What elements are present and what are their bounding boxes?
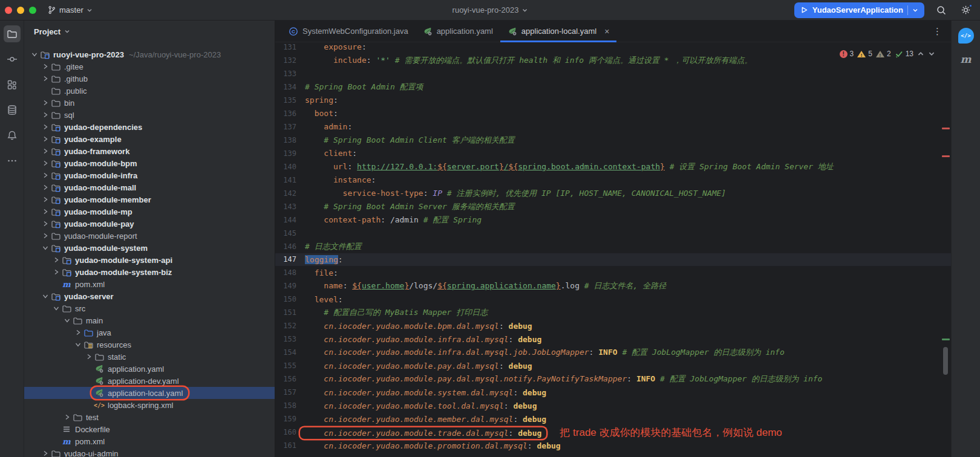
line-number[interactable]: 140	[275, 163, 296, 171]
tree-item-application-dev.yaml[interactable]: application-dev.yaml	[24, 375, 275, 387]
chevron-expanded-icon[interactable]	[73, 341, 83, 348]
chevron-collapsed-icon[interactable]	[73, 329, 83, 336]
line-number[interactable]: 157	[275, 388, 296, 397]
chevron-expanded-icon[interactable]	[29, 51, 39, 58]
chevron-collapsed-icon[interactable]	[62, 413, 72, 421]
notifications-tool-button[interactable]	[4, 127, 21, 144]
tree-item-logback-spring.xml[interactable]: </>logback-spring.xml	[24, 399, 275, 411]
code-line-152[interactable]: 152 cn.iocoder.yudao.module.bpm.dal.mysq…	[275, 319, 951, 332]
line-number[interactable]: 145	[275, 229, 296, 238]
project-title-widget[interactable]: ruoyi-vue-pro-2023	[452, 5, 528, 15]
chevron-collapsed-icon[interactable]	[40, 147, 50, 155]
line-number[interactable]: 153	[275, 335, 296, 343]
chevron-collapsed-icon[interactable]	[51, 256, 61, 264]
database-tool-button[interactable]	[4, 102, 21, 118]
tree-item-yudao-module-infra[interactable]: yudao-module-infra	[24, 169, 275, 181]
line-number[interactable]: 142	[275, 189, 296, 198]
settings-button[interactable]	[958, 3, 973, 18]
passed-inspections-count[interactable]: 13	[895, 50, 913, 58]
chevron-collapsed-icon[interactable]	[40, 184, 50, 191]
line-number[interactable]: 156	[275, 375, 296, 383]
code-line-141[interactable]: 141 instance:	[275, 173, 951, 187]
tree-item-static[interactable]: static	[24, 351, 275, 363]
chevron-collapsed-icon[interactable]	[40, 172, 50, 179]
project-tool-button[interactable]	[4, 25, 21, 42]
line-number[interactable]: 137	[275, 123, 296, 131]
line-number[interactable]: 161	[275, 441, 296, 450]
tree-item-yudao-server[interactable]: yudao-server	[24, 290, 275, 302]
line-number[interactable]: 133	[275, 70, 296, 78]
line-number[interactable]: 154	[275, 348, 296, 357]
code-line-134[interactable]: 134# Spring Boot Admin 配置项	[275, 80, 951, 94]
chevron-collapsed-icon[interactable]	[40, 123, 50, 131]
line-number[interactable]: 148	[275, 268, 296, 277]
code-line-161[interactable]: 161 cn.iocoder.yudao.module.promotion.da…	[275, 439, 951, 452]
line-number[interactable]: 139	[275, 149, 296, 158]
tree-item-.github[interactable]: .github	[24, 73, 275, 85]
code-line-154[interactable]: 154 cn.iocoder.yudao.module.infra.dal.my…	[275, 346, 951, 359]
code-line-145[interactable]: 145	[275, 227, 951, 240]
maven-tool-button[interactable]: m	[961, 53, 972, 65]
line-number[interactable]: 150	[275, 295, 296, 303]
line-number[interactable]: 155	[275, 361, 296, 370]
chevron-down-icon[interactable]	[912, 7, 918, 13]
tree-item-src[interactable]: src	[24, 302, 275, 314]
code-line-153[interactable]: 153 cn.iocoder.yudao.module.infra.dal.my…	[275, 332, 951, 346]
search-everywhere-button[interactable]	[934, 3, 949, 18]
chevron-collapsed-icon[interactable]	[40, 111, 50, 118]
line-number[interactable]: 152	[275, 322, 296, 330]
git-branch-widget[interactable]: master	[47, 5, 93, 15]
chevron-collapsed-icon[interactable]	[40, 220, 50, 227]
weak-warning-count[interactable]: ! 2	[876, 50, 891, 58]
tree-item-main[interactable]: main	[24, 314, 275, 326]
project-panel-header[interactable]: Project	[24, 21, 275, 42]
chevron-expanded-icon[interactable]	[62, 317, 72, 324]
close-window-button[interactable]	[5, 7, 12, 14]
tree-item-.gitee[interactable]: .gitee	[24, 60, 275, 73]
more-tools-button[interactable]	[4, 152, 21, 169]
line-number[interactable]: 132	[275, 56, 296, 65]
line-number[interactable]: 149	[275, 282, 296, 290]
tree-item-yudao-module-pay[interactable]: yudao-module-pay	[24, 218, 275, 230]
line-number[interactable]: 146	[275, 242, 296, 251]
line-number[interactable]: 144	[275, 216, 296, 224]
code-line-155[interactable]: 155 cn.iocoder.yudao.module.pay.dal.mysq…	[275, 359, 951, 372]
chevron-expanded-icon[interactable]	[40, 244, 50, 251]
tree-item-ruoyi-vue-pro-2023[interactable]: ruoyi-vue-pro-2023~/Java/ruoyi-vue-pro-2…	[24, 48, 275, 60]
line-number[interactable]: 136	[275, 109, 296, 118]
line-number[interactable]: 158	[275, 401, 296, 410]
code-line-137[interactable]: 137 admin:	[275, 120, 951, 134]
vertical-scrollbar[interactable]	[943, 347, 948, 375]
code-line-158[interactable]: 158 cn.iocoder.yudao.module.tool.dal.mys…	[275, 399, 951, 412]
tree-item-application.yaml[interactable]: application.yaml	[24, 363, 275, 375]
previous-issue-button[interactable]	[917, 50, 924, 57]
tree-item-yudao-module-report[interactable]: yudao-module-report	[24, 230, 275, 242]
tree-item-yudao-dependencies[interactable]: yudao-dependencies	[24, 121, 275, 133]
code-line-135[interactable]: 135spring:	[275, 94, 951, 107]
tree-item-application-local.yaml[interactable]: application-local.yaml	[24, 387, 275, 399]
code-line-146[interactable]: 146# 日志文件配置	[275, 240, 951, 253]
line-number[interactable]: 160	[275, 428, 296, 436]
code-line-150[interactable]: 150 level:	[275, 293, 951, 306]
stripe-mark[interactable]	[942, 155, 950, 157]
line-number[interactable]: 151	[275, 308, 296, 317]
line-number[interactable]: 159	[275, 415, 296, 423]
ai-chat-icon[interactable]: </>	[958, 28, 974, 44]
tree-item-Dockerfile[interactable]: Dockerfile	[24, 423, 275, 435]
chevron-collapsed-icon[interactable]	[40, 99, 50, 106]
code-line-157[interactable]: 157 cn.iocoder.yudao.module.system.dal.m…	[275, 386, 951, 399]
tree-item-.public[interactable]: .public	[24, 85, 275, 97]
code-line-142[interactable]: 142 service-host-type: IP # 注册实例时, 优先使用 …	[275, 187, 951, 200]
chevron-collapsed-icon[interactable]	[51, 268, 61, 276]
tree-item-pom.xml[interactable]: mpom.xml	[24, 435, 275, 447]
tree-item-sql[interactable]: sql	[24, 109, 275, 121]
run-configuration-button[interactable]: YudaoServerApplication	[794, 2, 924, 18]
error-count[interactable]: ! 3	[840, 50, 854, 58]
tree-item-yudao-module-system-api[interactable]: yudao-module-system-api	[24, 254, 275, 266]
next-issue-button[interactable]	[928, 50, 935, 57]
chevron-collapsed-icon[interactable]	[40, 160, 50, 167]
chevron-collapsed-icon[interactable]	[40, 232, 50, 239]
code-line-133[interactable]: 133	[275, 67, 951, 80]
chevron-expanded-icon[interactable]	[51, 305, 61, 312]
chevron-expanded-icon[interactable]	[40, 293, 50, 300]
